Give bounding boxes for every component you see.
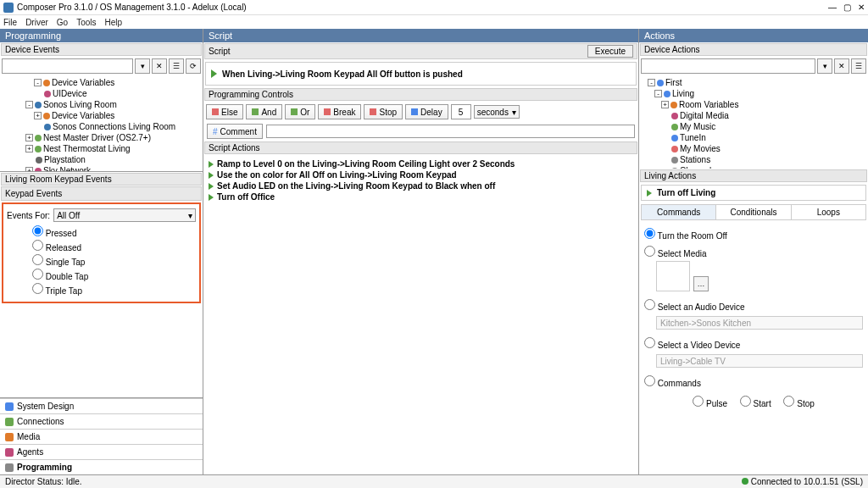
script-action[interactable]: Set Audio LED on the Living->Living Room… bbox=[209, 180, 633, 191]
tree-node[interactable]: -Living bbox=[646, 88, 866, 99]
events-highlight: Events For: All Off▾ Pressed Released Si… bbox=[2, 202, 201, 303]
refresh-button[interactable]: ⟳ bbox=[186, 58, 201, 74]
event-radio-group: Pressed Released Single Tap Double Tap T… bbox=[7, 223, 196, 298]
tree-node[interactable]: Stations bbox=[646, 154, 866, 165]
tab-conditionals[interactable]: Conditionals bbox=[716, 205, 791, 219]
nav-tabs: System DesignConnectionsMediaAgentsProgr… bbox=[0, 397, 203, 474]
actions-clear-button[interactable]: ✕ bbox=[834, 58, 849, 74]
opt-commands[interactable]: Commands bbox=[644, 373, 863, 391]
video-select[interactable]: Living->Cable TV bbox=[656, 354, 863, 368]
tree-node[interactable]: -Sonos Living Room bbox=[7, 99, 201, 110]
script-action[interactable]: Use the on color for All Off on Living->… bbox=[209, 169, 633, 180]
actions-header: Actions bbox=[639, 29, 868, 42]
status-right: Connected to 10.0.1.51 (SSL) bbox=[742, 477, 863, 486]
media-browse-button[interactable]: … bbox=[693, 276, 709, 291]
radio-single-tap[interactable]: Single Tap bbox=[32, 253, 196, 268]
living-actions-label: Living Actions bbox=[640, 169, 867, 182]
script-actions-label: Script Actions bbox=[204, 141, 637, 154]
tree-node[interactable]: +Room Variables bbox=[646, 99, 866, 110]
delay-button[interactable]: Delay bbox=[405, 104, 448, 119]
menu-tools[interactable]: Tools bbox=[76, 18, 96, 27]
tree-node[interactable]: +Nest Thermostat Living bbox=[7, 143, 201, 154]
opt-select-audio[interactable]: Select an Audio Device bbox=[644, 297, 863, 314]
device-events-search[interactable] bbox=[2, 58, 133, 74]
actions-tree[interactable]: -First-Living+Room VariablesDigital Medi… bbox=[639, 75, 868, 169]
menu-go[interactable]: Go bbox=[57, 18, 68, 27]
turn-off-living-action[interactable]: Turn off Living bbox=[641, 185, 866, 201]
script-header: Script bbox=[203, 29, 638, 42]
delay-unit-combo[interactable]: seconds▾ bbox=[474, 105, 520, 119]
maximize-button[interactable]: ▢ bbox=[843, 3, 851, 12]
tree-node[interactable]: My Movies bbox=[646, 143, 866, 154]
tab-commands[interactable]: Commands bbox=[642, 205, 716, 219]
opt-start[interactable]: Start bbox=[740, 396, 771, 411]
tree-node[interactable]: Digital Media bbox=[646, 110, 866, 121]
actions-filter-button[interactable]: ☰ bbox=[851, 58, 866, 74]
or-button[interactable]: Or bbox=[285, 104, 315, 119]
script-actions-list[interactable]: Ramp to Level 0 on the Living->Living Ro… bbox=[203, 155, 638, 206]
else-button[interactable]: Else bbox=[206, 104, 243, 119]
execute-button[interactable]: Execute bbox=[587, 45, 633, 58]
events-header: Living Room Keypad Events bbox=[1, 173, 202, 186]
comment-input[interactable] bbox=[266, 125, 635, 138]
media-thumb bbox=[656, 261, 690, 291]
clear-button[interactable]: ✕ bbox=[152, 58, 167, 74]
tree-node[interactable]: My Music bbox=[646, 121, 866, 132]
tab-loops[interactable]: Loops bbox=[792, 205, 865, 219]
arrow-icon bbox=[647, 190, 652, 197]
opt-select-media[interactable]: Select Media bbox=[644, 243, 863, 261]
app-icon bbox=[3, 3, 14, 13]
menu-help[interactable]: Help bbox=[105, 18, 123, 27]
events-for-combo[interactable]: All Off▾ bbox=[53, 208, 196, 222]
programming-header: Programming bbox=[0, 29, 203, 42]
opt-turn-off[interactable]: Turn the Room Off bbox=[644, 225, 863, 243]
tree-node[interactable]: -Device Variables bbox=[7, 77, 201, 88]
opt-stop[interactable]: Stop bbox=[783, 396, 814, 411]
tree-node[interactable]: Playstation bbox=[7, 154, 201, 165]
tab-media[interactable]: Media bbox=[0, 429, 203, 444]
minimize-button[interactable]: — bbox=[828, 3, 837, 12]
radio-triple-tap[interactable]: Triple Tap bbox=[32, 282, 196, 297]
window-title: Composer Pro 3.1.0 / OS Management 3.1.0… bbox=[17, 3, 247, 12]
and-button[interactable]: And bbox=[246, 104, 282, 119]
tab-system-design[interactable]: System Design bbox=[0, 398, 203, 413]
opt-pulse[interactable]: Pulse bbox=[693, 396, 727, 411]
device-actions-label: Device Actions bbox=[640, 43, 867, 56]
menubar: File Driver Go Tools Help bbox=[0, 15, 868, 29]
comment-button[interactable]: #Comment bbox=[207, 124, 263, 139]
tab-agents[interactable]: Agents bbox=[0, 444, 203, 459]
radio-pressed[interactable]: Pressed bbox=[32, 225, 196, 239]
device-tree[interactable]: -Device VariablesUIDevice-Sonos Living R… bbox=[0, 75, 203, 171]
status-left: Director Status: Idle. bbox=[5, 477, 82, 486]
keypad-events-label: Keypad Events bbox=[1, 186, 202, 201]
tree-node[interactable]: +Device Variables bbox=[7, 110, 201, 121]
menu-file[interactable]: File bbox=[3, 18, 17, 27]
audio-select[interactable]: Kitchen->Sonos Kitchen bbox=[656, 316, 863, 330]
radio-released[interactable]: Released bbox=[32, 239, 196, 253]
tree-node[interactable]: +Nest Master Driver (OS2.7+) bbox=[7, 132, 201, 143]
connection-icon bbox=[742, 478, 748, 485]
script-action[interactable]: Ramp to Level 0 on the Living->Living Ro… bbox=[209, 158, 633, 169]
script-sub: Script Execute bbox=[204, 43, 637, 59]
tab-connections[interactable]: Connections bbox=[0, 413, 203, 429]
close-button[interactable]: ✕ bbox=[858, 3, 865, 12]
tree-node[interactable]: Channels bbox=[646, 165, 866, 169]
stop-button[interactable]: Stop bbox=[364, 104, 403, 119]
tree-node[interactable]: Sonos Connections Living Room bbox=[7, 121, 201, 132]
radio-double-tap[interactable]: Double Tap bbox=[32, 268, 196, 282]
break-button[interactable]: Break bbox=[318, 104, 361, 119]
dropdown-button[interactable]: ▾ bbox=[135, 58, 150, 74]
filter-button[interactable]: ☰ bbox=[169, 58, 184, 74]
delay-value-input[interactable] bbox=[451, 104, 471, 119]
menu-driver[interactable]: Driver bbox=[25, 18, 48, 27]
script-action[interactable]: Turn off Office bbox=[209, 191, 633, 202]
tab-programming[interactable]: Programming bbox=[0, 459, 203, 474]
actions-dropdown-button[interactable]: ▾ bbox=[817, 58, 832, 74]
tree-node[interactable]: TuneIn bbox=[646, 132, 866, 143]
actions-search[interactable] bbox=[641, 58, 815, 74]
tree-node[interactable]: -First bbox=[646, 77, 866, 88]
tree-node[interactable]: UIDevice bbox=[7, 88, 201, 99]
opt-select-video[interactable]: Select a Video Device bbox=[644, 335, 863, 352]
tree-node[interactable]: +Sky Network bbox=[7, 165, 201, 171]
prog-controls-label: Programming Controls bbox=[204, 88, 637, 101]
